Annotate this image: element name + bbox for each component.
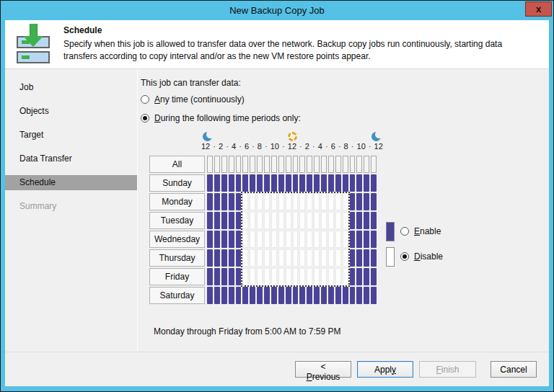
- hour-tick-cell[interactable]: [271, 156, 277, 173]
- time-cell[interactable]: [236, 268, 242, 285]
- time-cell[interactable]: [221, 212, 227, 229]
- time-cell[interactable]: [307, 287, 312, 304]
- sidebar-item-summary[interactable]: Summary: [5, 199, 137, 214]
- time-cell[interactable]: [214, 174, 220, 192]
- cancel-button[interactable]: Cancel: [491, 361, 537, 378]
- time-cell[interactable]: [314, 212, 320, 229]
- time-cell[interactable]: [299, 212, 305, 229]
- time-cell[interactable]: [321, 268, 327, 285]
- time-cell[interactable]: [328, 231, 334, 248]
- time-cell[interactable]: [321, 212, 327, 229]
- time-cell[interactable]: [371, 249, 377, 267]
- time-cell[interactable]: [321, 249, 327, 267]
- time-cell[interactable]: [343, 212, 348, 229]
- day-button-thursday[interactable]: Thursday: [149, 249, 205, 267]
- apply-button[interactable]: Apply: [357, 361, 413, 378]
- time-cell[interactable]: [278, 287, 284, 304]
- time-cell[interactable]: [257, 174, 263, 192]
- hour-tick-cell[interactable]: [250, 156, 255, 173]
- time-cell[interactable]: [343, 193, 348, 210]
- time-cell[interactable]: [278, 174, 284, 192]
- time-cell[interactable]: [229, 174, 234, 192]
- hour-tick-cell[interactable]: [350, 156, 356, 173]
- sidebar-item-data-transfer[interactable]: Data Transfer: [5, 151, 137, 166]
- time-cell[interactable]: [257, 212, 263, 229]
- radio-button[interactable]: [141, 95, 149, 104]
- time-cell[interactable]: [286, 231, 291, 248]
- time-cell[interactable]: [278, 268, 284, 285]
- sidebar-item-schedule[interactable]: Schedule: [5, 175, 137, 190]
- time-cell[interactable]: [236, 231, 242, 248]
- time-cell[interactable]: [299, 249, 305, 267]
- hour-tick-cell[interactable]: [328, 156, 334, 173]
- time-cell[interactable]: [278, 231, 284, 248]
- time-cell[interactable]: [214, 212, 220, 229]
- hour-tick-cell[interactable]: [364, 156, 369, 173]
- time-cell[interactable]: [364, 287, 369, 304]
- time-cell[interactable]: [214, 249, 220, 267]
- radio-button[interactable]: [400, 252, 409, 261]
- time-cell[interactable]: [264, 268, 270, 285]
- time-cell[interactable]: [242, 249, 248, 267]
- hour-tick-cell[interactable]: [264, 156, 270, 173]
- time-cell[interactable]: [264, 249, 270, 267]
- time-cell[interactable]: [314, 231, 320, 248]
- time-cell[interactable]: [264, 193, 270, 210]
- hour-tick-cell[interactable]: [356, 156, 362, 173]
- hour-tick-cell[interactable]: [371, 156, 377, 173]
- hour-tick-cell[interactable]: [314, 156, 320, 173]
- time-cell[interactable]: [364, 193, 369, 210]
- hour-tick-cell[interactable]: [229, 156, 234, 173]
- hour-tick-cell[interactable]: [299, 156, 305, 173]
- time-cell[interactable]: [207, 174, 213, 192]
- time-cell[interactable]: [335, 231, 341, 248]
- close-button[interactable]: x: [525, 1, 552, 17]
- day-button-monday[interactable]: Monday: [149, 193, 205, 210]
- time-cell[interactable]: [356, 287, 362, 304]
- time-cell[interactable]: [214, 268, 220, 285]
- time-cell[interactable]: [271, 268, 277, 285]
- time-cell[interactable]: [242, 268, 248, 285]
- time-cell[interactable]: [314, 249, 320, 267]
- time-cell[interactable]: [221, 174, 227, 192]
- time-cell[interactable]: [236, 174, 242, 192]
- time-cell[interactable]: [299, 193, 305, 210]
- time-cell[interactable]: [299, 287, 305, 304]
- time-cell[interactable]: [257, 249, 263, 267]
- time-cell[interactable]: [271, 193, 277, 210]
- hour-tick-cell[interactable]: [221, 156, 227, 173]
- time-cell[interactable]: [321, 231, 327, 248]
- hour-tick-cell[interactable]: [335, 156, 341, 173]
- time-cell[interactable]: [271, 174, 277, 192]
- time-cell[interactable]: [250, 231, 255, 248]
- time-cell[interactable]: [207, 231, 213, 248]
- time-cell[interactable]: [242, 287, 248, 304]
- time-cell[interactable]: [350, 249, 356, 267]
- hour-tick-cell[interactable]: [214, 156, 220, 173]
- time-cell[interactable]: [293, 287, 299, 304]
- time-cell[interactable]: [257, 287, 263, 304]
- time-cell[interactable]: [250, 174, 255, 192]
- hour-tick-cell[interactable]: [286, 156, 291, 173]
- time-cell[interactable]: [335, 212, 341, 229]
- time-cell[interactable]: [356, 212, 362, 229]
- time-cell[interactable]: [356, 174, 362, 192]
- time-cell[interactable]: [335, 174, 341, 192]
- time-cell[interactable]: [229, 193, 234, 210]
- time-cell[interactable]: [328, 249, 334, 267]
- time-cell[interactable]: [242, 212, 248, 229]
- sidebar-item-objects[interactable]: Objects: [5, 104, 137, 119]
- time-cell[interactable]: [356, 268, 362, 285]
- time-cell[interactable]: [293, 212, 299, 229]
- time-cell[interactable]: [286, 287, 291, 304]
- time-cell[interactable]: [328, 193, 334, 210]
- time-cell[interactable]: [293, 249, 299, 267]
- time-cell[interactable]: [278, 193, 284, 210]
- time-cell[interactable]: [314, 268, 320, 285]
- transfer-option-anytime[interactable]: Any time (continuously): [141, 94, 549, 104]
- time-cell[interactable]: [229, 287, 234, 304]
- time-cell[interactable]: [236, 193, 242, 210]
- time-cell[interactable]: [356, 231, 362, 248]
- time-cell[interactable]: [335, 249, 341, 267]
- hour-tick-cell[interactable]: [343, 156, 348, 173]
